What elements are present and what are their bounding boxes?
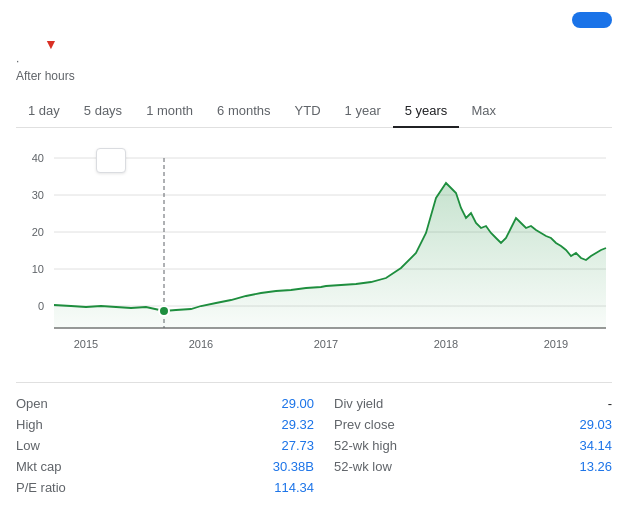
stat-value: 13.26 xyxy=(579,459,612,474)
tab-5-days[interactable]: 5 days xyxy=(72,95,134,128)
stats-right: Div yield-Prev close29.0352-wk high34.14… xyxy=(314,393,612,498)
stat-value: 34.14 xyxy=(579,438,612,453)
stat-label: Mkt cap xyxy=(16,459,62,474)
stat-row: Open29.00 xyxy=(16,393,314,414)
svg-text:40: 40 xyxy=(32,152,44,164)
stat-label: Low xyxy=(16,438,40,453)
svg-text:0: 0 xyxy=(38,300,44,312)
tab-max[interactable]: Max xyxy=(459,95,508,128)
stat-value: 29.32 xyxy=(281,417,314,432)
down-arrow-icon: ▼ xyxy=(44,36,58,52)
time-tabs: 1 day5 days1 month6 monthsYTD1 year5 yea… xyxy=(16,95,612,128)
stat-row: High29.32 xyxy=(16,414,314,435)
chart-tooltip xyxy=(96,148,126,173)
after-hours: After hours xyxy=(16,69,612,83)
tab-5-years[interactable]: 5 years xyxy=(393,95,460,128)
stat-value: 114.34 xyxy=(274,480,314,495)
tab-1-month[interactable]: 1 month xyxy=(134,95,205,128)
stock-chart: 40 30 20 10 0 2015 2016 2017 2018 2019 xyxy=(16,138,612,368)
stat-row: P/E ratio114.34 xyxy=(16,477,314,498)
svg-text:30: 30 xyxy=(32,189,44,201)
stat-label: High xyxy=(16,417,43,432)
tab-1-day[interactable]: 1 day xyxy=(16,95,72,128)
stat-label: Open xyxy=(16,396,48,411)
stats-left: Open29.00High29.32Low27.73Mkt cap30.38BP… xyxy=(16,393,314,498)
stat-label: Prev close xyxy=(334,417,395,432)
price-row: ▼ xyxy=(16,36,612,52)
stat-value: 27.73 xyxy=(281,438,314,453)
svg-text:20: 20 xyxy=(32,226,44,238)
svg-point-17 xyxy=(159,306,169,316)
stat-label: 52-wk low xyxy=(334,459,392,474)
stat-value: 29.00 xyxy=(281,396,314,411)
svg-text:10: 10 xyxy=(32,263,44,275)
stat-value: 30.38B xyxy=(273,459,314,474)
svg-text:2015: 2015 xyxy=(74,338,98,350)
stat-row: Prev close29.03 xyxy=(314,414,612,435)
stat-value: 29.03 xyxy=(579,417,612,432)
stat-label: Div yield xyxy=(334,396,383,411)
svg-text:2016: 2016 xyxy=(189,338,213,350)
tab-1-year[interactable]: 1 year xyxy=(333,95,393,128)
stat-label: P/E ratio xyxy=(16,480,66,495)
tab-ytd[interactable]: YTD xyxy=(283,95,333,128)
close-info: · xyxy=(16,54,612,68)
stat-row: 52-wk low13.26 xyxy=(314,456,612,477)
svg-text:2019: 2019 xyxy=(544,338,568,350)
stat-value: - xyxy=(608,396,612,411)
svg-text:2018: 2018 xyxy=(434,338,458,350)
stat-row: Low27.73 xyxy=(16,435,314,456)
tab-6-months[interactable]: 6 months xyxy=(205,95,282,128)
svg-text:2017: 2017 xyxy=(314,338,338,350)
stats-table: Open29.00High29.32Low27.73Mkt cap30.38BP… xyxy=(16,382,612,510)
stat-row: Mkt cap30.38B xyxy=(16,456,314,477)
stat-row: Div yield- xyxy=(314,393,612,414)
stat-row: 52-wk high34.14 xyxy=(314,435,612,456)
follow-button[interactable] xyxy=(572,12,612,28)
stat-label: 52-wk high xyxy=(334,438,397,453)
